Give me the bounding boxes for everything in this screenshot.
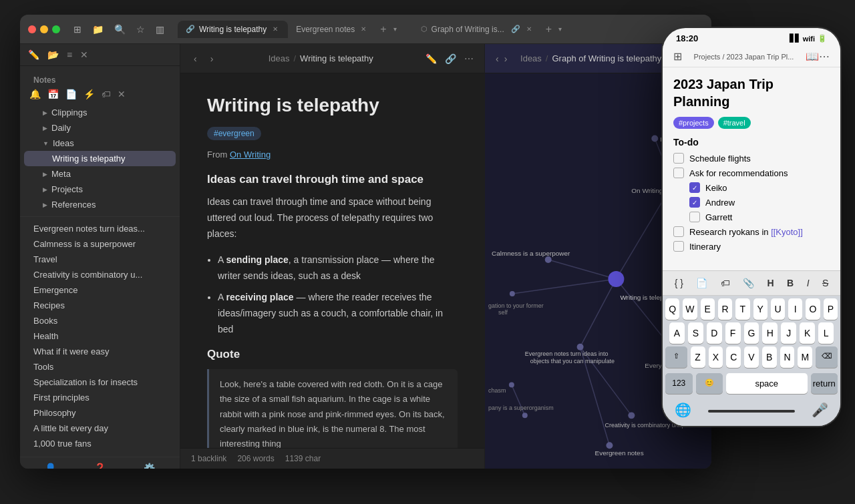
graph-back-button[interactable]: ‹ <box>496 53 499 64</box>
tab-close[interactable]: ✕ <box>359 25 368 33</box>
key-space[interactable]: space <box>726 373 808 394</box>
key-j[interactable]: J <box>781 322 796 344</box>
format-btn-italic[interactable]: I <box>802 275 815 291</box>
phone-tag-projects[interactable]: #projects <box>673 117 714 129</box>
nav-icon-3[interactable]: 📄 <box>65 89 77 99</box>
key-x[interactable]: X <box>709 346 723 368</box>
sidebar-item-creativity[interactable]: Creativity is combinatory u... <box>24 267 176 282</box>
breadcrumb-parent[interactable]: Ideas <box>269 53 290 63</box>
tabs-chevron2[interactable]: ▾ <box>556 24 564 34</box>
key-w[interactable]: W <box>683 298 697 320</box>
sidebar-item-little-bit[interactable]: A little bit every day <box>24 421 176 436</box>
tab-writing-telepathy[interactable]: 🔗 Writing is telepathy ✕ <box>178 21 288 38</box>
todo-checkbox-7[interactable] <box>673 241 684 252</box>
phone-book-icon[interactable]: 📖 <box>806 50 819 63</box>
forward-button[interactable]: › <box>208 52 216 65</box>
nav-icon-2[interactable]: 📅 <box>47 89 59 99</box>
note-from-link[interactable]: On Writing <box>230 150 271 160</box>
sidebar-item-daily[interactable]: ▶ Daily <box>24 120 176 136</box>
todo-checkbox-2[interactable] <box>673 168 684 178</box>
key-123[interactable]: 123 <box>665 373 693 394</box>
sidebar-item-recipes[interactable]: Recipes <box>24 298 176 313</box>
key-k[interactable]: K <box>800 322 815 344</box>
fullscreen-button[interactable] <box>52 25 60 33</box>
format-btn-attach[interactable]: 📎 <box>737 275 759 291</box>
sidebar-item-calmness[interactable]: Calmness is a superpower <box>24 236 176 252</box>
key-n[interactable]: N <box>780 346 795 368</box>
sidebar-item-writing-telepathy[interactable]: Writing is telepathy <box>24 151 176 166</box>
key-globe[interactable]: 🌐 <box>668 399 698 421</box>
sidebar-item-tools[interactable]: Tools <box>24 359 176 374</box>
sidebar-item-emergence[interactable]: Emergence <box>24 282 176 298</box>
open-icon[interactable]: 📂 <box>47 49 59 60</box>
todo-schedule-flights[interactable]: Schedule flights <box>673 153 830 164</box>
key-e[interactable]: E <box>701 298 715 320</box>
sidebar-item-evergreen-notes[interactable]: Evergreen notes turn ideas... <box>24 221 176 236</box>
todo-ryokans[interactable]: Research ryokans in [[Kyoto]] <box>673 226 830 237</box>
note-tag[interactable]: #evergreen <box>207 127 261 140</box>
key-g[interactable]: G <box>744 322 759 344</box>
key-mic[interactable]: 🎤 <box>805 399 835 421</box>
key-i[interactable]: I <box>788 298 802 320</box>
phone-content[interactable]: 2023 Japan Trip Planning #projects #trav… <box>663 67 840 270</box>
todo-itinerary[interactable]: Itinerary <box>673 241 830 252</box>
key-shift[interactable]: ⇧ <box>665 346 687 368</box>
todo-checkbox-1[interactable] <box>673 153 684 164</box>
close-button[interactable] <box>28 25 36 33</box>
phone-tag-travel[interactable]: #travel <box>718 117 751 129</box>
key-b[interactable]: B <box>762 346 777 368</box>
graph-breadcrumb-parent[interactable]: Ideas <box>520 53 542 63</box>
todo-checkbox-4[interactable] <box>689 197 700 208</box>
sidebar-item-specialization[interactable]: Specialization is for insects <box>24 374 176 390</box>
graph-forward-button[interactable]: › <box>504 53 508 64</box>
key-c[interactable]: C <box>726 346 741 368</box>
sidebar-bottom-icon-2[interactable]: ❓ <box>94 463 106 469</box>
todo-checkbox-5[interactable] <box>689 212 700 222</box>
key-backspace[interactable]: ⌫ <box>816 346 838 368</box>
files-icon[interactable]: 📁 <box>90 23 106 36</box>
new-note-icon[interactable]: ✏️ <box>28 49 39 60</box>
phone-sidebar-icon[interactable]: ⊞ <box>673 50 682 63</box>
sidebar-bottom-icon-3[interactable]: ⚙️ <box>144 463 155 469</box>
note-content[interactable]: Writing is telepathy #evergreen From On … <box>180 73 484 448</box>
tab-evergreen-notes[interactable]: Evergreen notes ✕ <box>288 21 376 38</box>
add-tab-button[interactable]: + <box>376 22 390 37</box>
back-button[interactable]: ‹ <box>191 52 200 65</box>
key-d[interactable]: D <box>707 322 722 344</box>
key-u[interactable]: U <box>771 298 785 320</box>
key-z[interactable]: Z <box>691 346 705 368</box>
key-s[interactable]: S <box>688 322 703 344</box>
sidebar-item-meta[interactable]: ▶ Meta <box>24 166 176 182</box>
edit-icon[interactable]: ✏️ <box>425 53 437 64</box>
todo-andrew[interactable]: Andrew <box>673 197 830 208</box>
format-btn-bracket[interactable]: { } <box>669 275 689 291</box>
todo-link-kyoto[interactable]: [[Kyoto]] <box>771 227 803 237</box>
format-btn-bold[interactable]: B <box>782 275 799 291</box>
format-btn-doc[interactable]: 📄 <box>691 275 713 291</box>
sidebar-item-philosophy[interactable]: Philosophy <box>24 405 176 421</box>
tab-graph[interactable]: ⬡ Graph of Writing is... 🔗 ✕ <box>413 21 542 38</box>
sort-icon[interactable]: ≡ <box>67 49 72 60</box>
key-y[interactable]: Y <box>753 298 767 320</box>
more-icon[interactable]: ⋯ <box>464 53 474 64</box>
sidebar-item-first-principles[interactable]: First principles <box>24 390 176 405</box>
key-m[interactable]: M <box>798 346 812 368</box>
sidebar-item-what-if[interactable]: What if it were easy <box>24 344 176 359</box>
nav-icon-6[interactable]: ✕ <box>118 89 126 99</box>
tab-close[interactable]: ✕ <box>271 25 280 33</box>
format-btn-tag[interactable]: 🏷 <box>715 275 735 291</box>
key-r[interactable]: R <box>718 298 732 320</box>
key-p[interactable]: P <box>824 298 838 320</box>
todo-checkbox-3[interactable] <box>689 182 700 193</box>
todo-ask-recs[interactable]: Ask for recommendations <box>673 168 830 178</box>
key-return[interactable]: return <box>811 373 838 394</box>
key-f[interactable]: F <box>725 322 741 344</box>
nav-icon-4[interactable]: ⚡ <box>83 89 95 99</box>
sidebar-item-travel[interactable]: Travel <box>24 252 176 267</box>
nav-icon-5[interactable]: 🏷 <box>102 89 111 99</box>
phone-more-icon[interactable]: ⋯ <box>819 50 830 63</box>
todo-checkbox-6[interactable] <box>673 226 684 237</box>
key-l[interactable]: L <box>818 322 834 344</box>
backlink-count[interactable]: 1 backlink <box>191 454 226 463</box>
panel-icon[interactable]: ▥ <box>153 23 167 36</box>
